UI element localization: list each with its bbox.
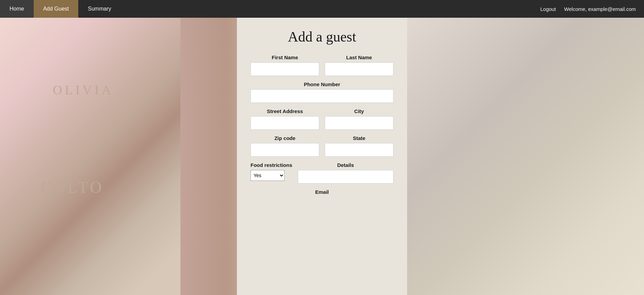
email-label: Email xyxy=(251,189,393,195)
email-field: Email xyxy=(251,189,393,195)
email-section: Email xyxy=(251,189,393,195)
add-guest-form: Add a guest First Name Last Name Phone N… xyxy=(237,18,407,295)
first-name-input[interactable] xyxy=(251,62,319,76)
first-name-field: First Name xyxy=(251,55,319,76)
phone-input[interactable] xyxy=(251,89,393,103)
food-label: Food restrictions xyxy=(251,162,292,168)
nav-summary-label: Summary xyxy=(88,6,111,12)
nav-home-label: Home xyxy=(10,6,24,12)
food-select[interactable]: Yes No xyxy=(251,170,285,181)
nav-home[interactable]: Home xyxy=(0,0,34,18)
city-field: City xyxy=(325,108,393,130)
street-field: Street Address xyxy=(251,108,319,130)
zip-input[interactable] xyxy=(251,143,319,157)
address-row: Street Address City xyxy=(251,108,393,130)
state-field: State xyxy=(325,135,393,157)
street-label: Street Address xyxy=(251,108,319,114)
nav-left: Home Add Guest Summary xyxy=(0,0,121,18)
details-label: Details xyxy=(298,162,393,168)
last-name-field: Last Name xyxy=(325,55,393,76)
zip-label: Zip code xyxy=(251,135,319,141)
logout-button[interactable]: Logout xyxy=(540,6,556,12)
welcome-text: Welcome, example@email.com xyxy=(564,6,636,12)
city-label: City xyxy=(325,108,393,114)
first-name-label: First Name xyxy=(251,55,319,60)
street-input[interactable] xyxy=(251,116,319,130)
phone-field: Phone Number xyxy=(251,81,393,103)
last-name-input[interactable] xyxy=(325,62,393,76)
colton-text: COLTO xyxy=(41,178,104,197)
zip-state-row: Zip code State xyxy=(251,135,393,157)
food-details-row: Food restrictions Yes No Details xyxy=(251,162,393,184)
phone-label: Phone Number xyxy=(251,81,393,87)
olivia-text: OLIVIA xyxy=(53,82,114,97)
navbar: Home Add Guest Summary Logout Welcome, e… xyxy=(0,0,644,18)
food-field: Food restrictions Yes No xyxy=(251,162,292,181)
details-input[interactable] xyxy=(298,170,393,184)
last-name-label: Last Name xyxy=(325,55,393,60)
details-field: Details xyxy=(298,162,393,184)
form-title: Add a guest xyxy=(251,29,393,45)
zip-field: Zip code xyxy=(251,135,319,157)
nav-add-guest-label: Add Guest xyxy=(43,6,69,12)
nav-summary[interactable]: Summary xyxy=(78,0,120,18)
nav-add-guest[interactable]: Add Guest xyxy=(34,0,79,18)
name-row: First Name Last Name xyxy=(251,55,393,76)
bg-left: OLIVIA COLTO xyxy=(0,18,180,295)
nav-right: Logout Welcome, example@email.com xyxy=(540,6,644,12)
state-label: State xyxy=(325,135,393,141)
city-input[interactable] xyxy=(325,116,393,130)
state-input[interactable] xyxy=(325,143,393,157)
phone-section: Phone Number xyxy=(251,81,393,103)
